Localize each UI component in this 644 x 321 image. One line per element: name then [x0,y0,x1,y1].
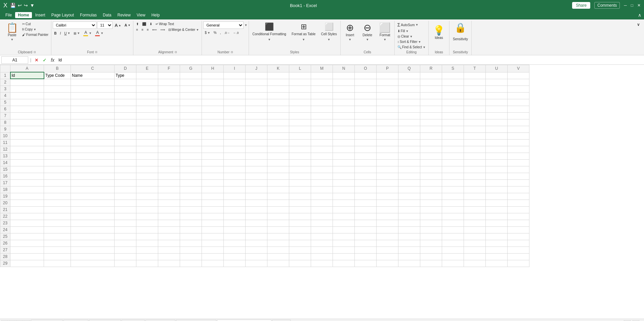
cell-a6[interactable] [10,106,44,112]
col-header-N[interactable]: N [333,65,355,72]
cell-n6[interactable] [333,106,355,112]
cell-n20[interactable] [333,200,355,206]
cell-o24[interactable] [355,226,377,233]
cell-c10[interactable] [71,132,115,139]
cell-g22[interactable] [180,213,202,220]
cell-c11[interactable] [71,139,115,146]
cell-h1[interactable] [202,72,224,79]
cell-g12[interactable] [180,146,202,153]
col-header-D[interactable]: D [115,65,136,72]
cell-k9[interactable] [267,126,289,132]
cell-h14[interactable] [202,159,224,166]
cell-t2[interactable] [464,79,486,86]
cell-v20[interactable] [508,200,529,206]
cell-v10[interactable] [508,132,529,139]
cell-s25[interactable] [442,233,464,240]
cell-t4[interactable] [464,92,486,99]
cell-h18[interactable] [202,186,224,193]
cell-r19[interactable] [420,193,442,200]
cell-j7[interactable] [246,112,267,119]
cell-b25[interactable] [44,233,71,240]
cell-b13[interactable] [44,153,71,159]
cell-j28[interactable] [246,253,267,260]
cell-s29[interactable] [442,260,464,267]
cell-m16[interactable] [311,173,333,179]
cell-a16[interactable] [10,173,44,179]
col-header-U[interactable]: U [486,65,508,72]
cell-f20[interactable] [158,200,180,206]
cell-s24[interactable] [442,226,464,233]
cell-a23[interactable] [10,220,44,226]
qa-redo[interactable]: ↪ [24,3,28,8]
cell-s18[interactable] [442,186,464,193]
cell-e15[interactable] [136,166,158,173]
cell-f13[interactable] [158,153,180,159]
cell-n11[interactable] [333,139,355,146]
cell-l13[interactable] [289,153,311,159]
cell-a17[interactable] [10,179,44,186]
cell-q5[interactable] [398,99,420,106]
autosum-button[interactable]: Σ AutoSum ▼ [396,21,420,28]
cell-j27[interactable] [246,247,267,253]
cell-r15[interactable] [420,166,442,173]
cell-e18[interactable] [136,186,158,193]
cell-b6[interactable] [44,106,71,112]
clear-button[interactable]: ◎ Clear ▼ [396,34,414,39]
cell-b9[interactable] [44,126,71,132]
cell-q25[interactable] [398,233,420,240]
cell-l3[interactable] [289,86,311,92]
cell-q7[interactable] [398,112,420,119]
cell-c24[interactable] [71,226,115,233]
merge-center-button[interactable]: ⊟ Merge & Center ▼ [167,27,201,32]
increase-decimal-button[interactable]: .0→ [223,31,231,35]
cell-p4[interactable] [377,92,398,99]
row-num-22[interactable]: 22 [0,213,10,220]
cell-u1[interactable] [486,72,508,79]
cell-s12[interactable] [442,146,464,153]
cell-n24[interactable] [333,226,355,233]
cell-q1[interactable] [398,72,420,79]
cell-s26[interactable] [442,240,464,247]
cell-u12[interactable] [486,146,508,153]
row-num-27[interactable]: 27 [0,247,10,253]
cell-a1[interactable]: Id [10,72,44,79]
cell-v26[interactable] [508,240,529,247]
cell-h23[interactable] [202,220,224,226]
cell-v21[interactable] [508,206,529,213]
cell-n22[interactable] [333,213,355,220]
cell-n21[interactable] [333,206,355,213]
cell-p14[interactable] [377,159,398,166]
cell-i18[interactable] [224,186,246,193]
cell-b8[interactable] [44,119,71,126]
cell-t17[interactable] [464,179,486,186]
cell-v6[interactable] [508,106,529,112]
cell-e17[interactable] [136,179,158,186]
cell-u28[interactable] [486,253,508,260]
cell-a8[interactable] [10,119,44,126]
cell-q21[interactable] [398,206,420,213]
cell-n5[interactable] [333,99,355,106]
cell-d18[interactable] [115,186,136,193]
row-num-25[interactable]: 25 [0,233,10,240]
cell-v4[interactable] [508,92,529,99]
cell-f10[interactable] [158,132,180,139]
cell-l12[interactable] [289,146,311,153]
fill-button[interactable]: ⬇ Fill ▼ [396,29,410,34]
cell-u11[interactable] [486,139,508,146]
ideas-button[interactable]: 💡 Ideas [430,21,448,43]
share-button[interactable]: Share [572,2,590,9]
cell-m10[interactable] [311,132,333,139]
cell-h15[interactable] [202,166,224,173]
cell-h29[interactable] [202,260,224,267]
cell-e3[interactable] [136,86,158,92]
cell-q24[interactable] [398,226,420,233]
cell-a13[interactable] [10,153,44,159]
col-header-S[interactable]: S [442,65,464,72]
cell-i16[interactable] [224,173,246,179]
cell-j20[interactable] [246,200,267,206]
cell-o11[interactable] [355,139,377,146]
cell-d27[interactable] [115,247,136,253]
cell-l18[interactable] [289,186,311,193]
cell-k2[interactable] [267,79,289,86]
delete-button[interactable]: ⊖ Delete ▼ [359,21,376,43]
